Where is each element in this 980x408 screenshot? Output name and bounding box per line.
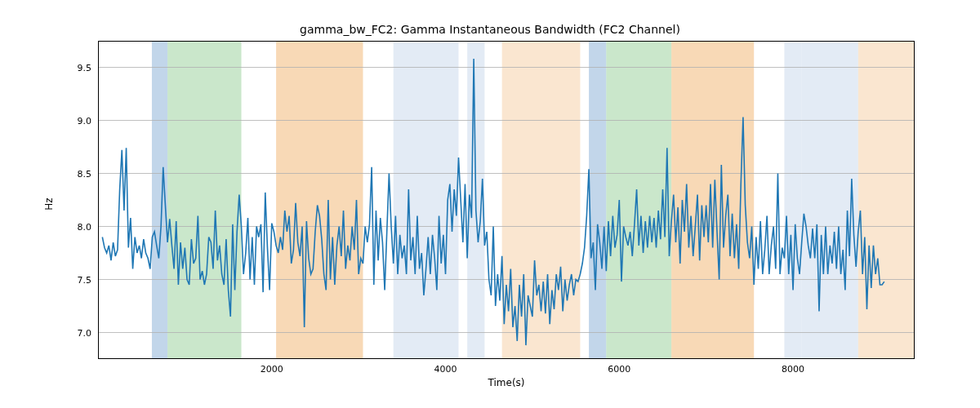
region-band bbox=[394, 41, 459, 359]
x-tick-label: 4000 bbox=[434, 364, 457, 375]
x-axis-label: Time(s) bbox=[488, 377, 525, 388]
region-band bbox=[589, 41, 606, 359]
y-axis-label: Hz bbox=[43, 197, 55, 210]
x-tick-label: 6000 bbox=[608, 364, 630, 375]
x-tick-label: 8000 bbox=[782, 364, 804, 375]
region-band bbox=[671, 41, 754, 359]
y-tick-label: 7.0 bbox=[78, 327, 92, 338]
region-band bbox=[784, 41, 801, 359]
y-tick-label: 7.5 bbox=[78, 274, 92, 285]
background-regions bbox=[152, 41, 915, 359]
x-tick-label: 2000 bbox=[261, 364, 283, 375]
plot-area: 2000400060008000 7.07.58.08.59.09.5 bbox=[98, 41, 915, 359]
chart-title: gamma_bw_FC2: Gamma Instantaneous Bandwi… bbox=[0, 23, 980, 36]
plot-svg bbox=[98, 41, 915, 359]
y-tick-label: 8.0 bbox=[78, 221, 92, 232]
region-band bbox=[276, 41, 363, 359]
y-tick-label: 9.5 bbox=[78, 62, 92, 73]
region-band bbox=[858, 41, 915, 359]
region-band bbox=[802, 41, 858, 359]
y-tick-label: 8.5 bbox=[78, 168, 92, 179]
y-tick-label: 9.0 bbox=[78, 115, 92, 126]
figure: gamma_bw_FC2: Gamma Instantaneous Bandwi… bbox=[0, 0, 980, 408]
